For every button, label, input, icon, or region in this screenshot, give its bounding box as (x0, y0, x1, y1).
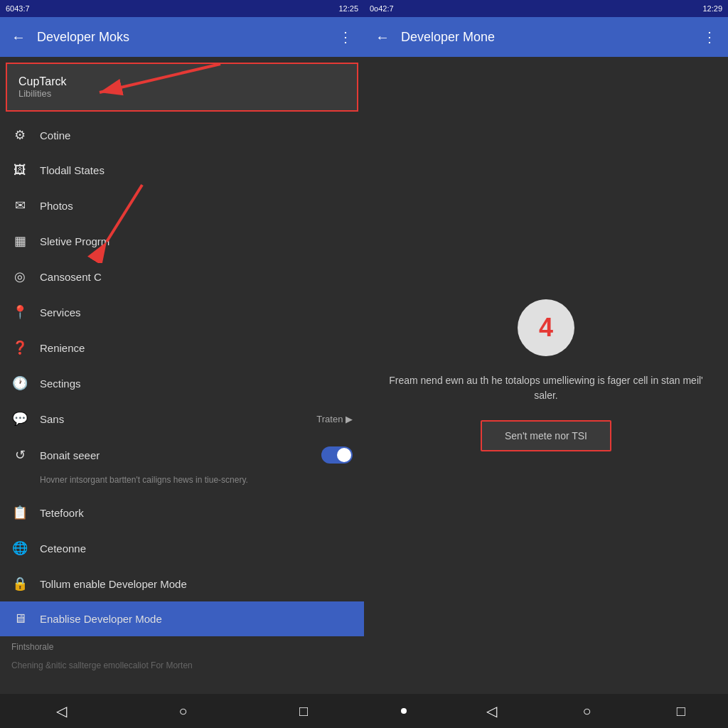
menu-item-sans[interactable]: 💬 Sans Traten ▶ (0, 401, 364, 437)
menu-label-tlodall: Tlodall States (40, 164, 353, 176)
mail-icon: ✉ (11, 198, 28, 213)
chat-icon: 💬 (11, 411, 28, 427)
left-more-button[interactable]: ⋮ (338, 28, 353, 46)
right-status-left: 0o42:7 (370, 4, 394, 13)
help-icon: ❓ (11, 340, 28, 355)
bonait-toggle[interactable] (321, 446, 353, 464)
left-back-button[interactable]: ← (11, 29, 26, 46)
right-back-nav[interactable]: ◁ (481, 697, 503, 725)
left-app-bar: ← Developer Moks ⋮ (0, 17, 364, 57)
right-recents-nav[interactable]: □ (671, 697, 691, 725)
menu-label-renience: Renience (40, 342, 353, 354)
menu-item-cansosent[interactable]: ◎ Cansosent C (0, 259, 364, 294)
right-back-button[interactable]: ← (375, 29, 390, 46)
dialog-button[interactable]: Sen't mete nor TSI (481, 420, 611, 451)
left-app-title: Developer Moks (37, 30, 327, 45)
dialog-text: Fream nend ewn au th he totalops umellie… (387, 373, 705, 403)
menu-label-sans: Sans (40, 413, 305, 425)
refresh-icon: ↺ (11, 447, 28, 463)
menu-label-bonait: Bonait seeer (40, 449, 310, 461)
menu-label-sletive: Sletive Progrm (40, 235, 353, 247)
right-more-button[interactable]: ⋮ (702, 28, 717, 46)
profile-name: CupTarck (18, 75, 346, 88)
right-app-bar: ← Developer Mone ⋮ (364, 17, 728, 57)
target-icon: ◎ (11, 269, 28, 284)
right-status-bar: 0o42:7 12:29 (364, 0, 728, 17)
sans-badge: Traten ▶ (316, 414, 353, 424)
left-status-time-left: 6043:7 (6, 4, 30, 13)
menu-item-renience[interactable]: ❓ Renience (0, 330, 364, 365)
dot-indicator (401, 708, 407, 714)
right-status-time: 12:29 (702, 4, 722, 13)
right-home-nav[interactable]: ○ (577, 697, 597, 725)
lock-icon: 🔒 (11, 576, 28, 592)
globe-icon: 🌐 (11, 540, 28, 556)
monitor-icon: 🖥 (11, 611, 28, 626)
grid-icon: ▦ (11, 233, 28, 249)
menu-label-tetefoork: Tetefoork (40, 507, 353, 519)
menu-label-cotine: Cotine (40, 129, 353, 141)
left-status-bar: 6043:7 12:25 (0, 0, 364, 17)
right-content: 4 Fream nend ewn au th he totalops umell… (364, 57, 728, 694)
left-status-time: 12:25 (338, 4, 358, 13)
left-panel: 6043:7 12:25 ← Developer Moks ⋮ CupTarck… (0, 0, 364, 728)
clipboard-icon: 📋 (11, 505, 28, 520)
image-icon: 🖼 (11, 163, 28, 178)
menu-label-enablise: Enablise Developer Mode (40, 613, 353, 625)
left-content: CupTarck Libilities (0, 57, 364, 694)
settings-icon: ⚙ (11, 127, 28, 143)
menu-item-services[interactable]: 📍 Services (0, 294, 364, 330)
menu-item-tollum[interactable]: 🔒 Tollum enable Developer Mode (0, 566, 364, 601)
right-bottom-nav: ◁ ○ □ (364, 694, 728, 728)
menu-item-cotine[interactable]: ⚙ Cotine (0, 117, 364, 153)
left-bottom-nav: ◁ ○ □ (0, 694, 364, 728)
right-panel: 0o42:7 12:29 ← Developer Mone ⋮ 4 Fream … (364, 0, 728, 728)
menu-label-tollum: Tollum enable Developer Mode (40, 578, 353, 590)
left-home-nav[interactable]: ○ (173, 697, 193, 725)
pin-icon: 📍 (11, 304, 28, 320)
menu-label-services: Services (40, 306, 353, 318)
left-recents-nav[interactable]: □ (294, 697, 314, 725)
menu-item-tlodall[interactable]: 🖼 Tlodall States (0, 153, 364, 188)
section-label: Fintshorale (0, 636, 364, 655)
menu-label-ceteonne: Ceteonne (40, 542, 353, 555)
menu-label-cansosent: Cansosent C (40, 271, 353, 283)
right-app-title: Developer Mone (401, 30, 691, 45)
menu-label-sectings: Sectings (40, 378, 353, 390)
clock-icon: 🕐 (11, 375, 28, 391)
profile-section[interactable]: CupTarck Libilities (6, 63, 358, 112)
menu-label-photos: Photos (40, 200, 353, 212)
menu-item-sletive[interactable]: ▦ Sletive Progrm (0, 223, 364, 259)
bonait-subtext: Hovner intsorgant bartten't cailigns hew… (0, 473, 364, 495)
left-back-nav[interactable]: ◁ (50, 697, 73, 725)
profile-subtitle: Libilities (18, 88, 346, 99)
menu-item-bonait[interactable]: ↺ Bonait seeer Hovner intsorgant bartten… (0, 437, 364, 495)
profile-wrapper: CupTarck Libilities (0, 63, 364, 112)
section-sub: Chening &nitic sallterge emollecaliot Fo… (0, 655, 364, 676)
dialog-icon: 4 (518, 299, 574, 356)
menu-list: ⚙ Cotine 🖼 Tlodall States ✉ Photos ▦ Sle… (0, 117, 364, 636)
menu-item-tetefoork[interactable]: 📋 Tetefoork (0, 495, 364, 530)
menu-item-enablise[interactable]: 🖥 Enablise Developer Mode (0, 601, 364, 636)
menu-item-sectings[interactable]: 🕐 Sectings (0, 365, 364, 401)
menu-item-photos[interactable]: ✉ Photos (0, 188, 364, 223)
menu-item-ceteonne[interactable]: 🌐 Ceteonne (0, 530, 364, 566)
